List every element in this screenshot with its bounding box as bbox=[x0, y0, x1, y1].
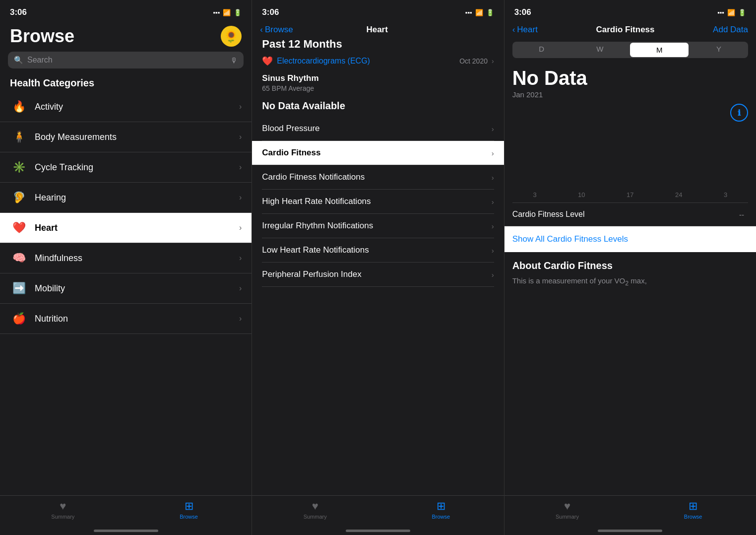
category-item-mindfulness[interactable]: 🧠 Mindfulness › bbox=[0, 243, 252, 273]
high-heart-rate-chevron: › bbox=[492, 198, 494, 206]
activity-label: Activity bbox=[35, 102, 239, 112]
status-time-1: 3:06 bbox=[10, 7, 27, 17]
show-all-button[interactable]: Show All Cardio Fitness Levels bbox=[504, 226, 756, 252]
status-icons-2: ▪▪▪ 📶 🔋 bbox=[465, 9, 494, 16]
x-label-17: 17 bbox=[627, 191, 633, 199]
add-data-button[interactable]: Add Data bbox=[713, 25, 748, 35]
nutrition-chevron: › bbox=[239, 314, 242, 323]
activity-chevron: › bbox=[239, 102, 242, 111]
tab-summary-1[interactable]: ♥ Summary bbox=[0, 500, 126, 520]
category-item-activity[interactable]: 🔥 Activity › bbox=[0, 92, 252, 122]
cardio-fitness-level-label: Cardio Fitness Level bbox=[512, 210, 739, 219]
cycle-tracking-icon: ✳️ bbox=[10, 158, 28, 176]
activity-icon: 🔥 bbox=[10, 98, 28, 116]
blood-pressure-label: Blood Pressure bbox=[262, 124, 491, 134]
status-bar-2: 3:06 ▪▪▪ 📶 🔋 bbox=[252, 0, 504, 22]
time-selector: D W M Y bbox=[512, 42, 748, 58]
summary-label-2: Summary bbox=[304, 514, 327, 520]
about-section: About Cardio Fitness This is a measureme… bbox=[504, 252, 756, 296]
sinus-title: Sinus Rhythm bbox=[262, 73, 494, 83]
heart-chevron: › bbox=[239, 223, 242, 232]
time-btn-M[interactable]: M bbox=[630, 43, 689, 57]
browse-icon-1: ⊞ bbox=[185, 500, 193, 513]
item-irregular-rhythm[interactable]: Irregular Rhythm Notifications › bbox=[262, 214, 494, 238]
status-time-2: 3:06 bbox=[262, 7, 279, 17]
no-data-date: Jan 2021 bbox=[504, 90, 756, 104]
no-data-section-title: No Data Available bbox=[262, 100, 494, 112]
cardio-fitness-level-row: Cardio Fitness Level -- bbox=[504, 203, 756, 226]
chart-area: ℹ 3 10 17 24 3 bbox=[512, 104, 748, 203]
category-item-heart[interactable]: ❤️ Heart › bbox=[0, 213, 252, 243]
back-chevron-3: ‹ bbox=[512, 25, 515, 35]
item-high-heart-rate[interactable]: High Heart Rate Notifications › bbox=[262, 190, 494, 214]
item-blood-pressure[interactable]: Blood Pressure › bbox=[262, 117, 494, 141]
time-btn-W[interactable]: W bbox=[570, 42, 629, 58]
cardio-fitness-nav-title: Cardio Fitness bbox=[596, 25, 654, 35]
time-btn-Y[interactable]: Y bbox=[690, 42, 748, 58]
heart-content: Past 12 Months ❤️ Electrocardiograms (EC… bbox=[252, 38, 504, 495]
category-item-nutrition[interactable]: 🍎 Nutrition › bbox=[0, 304, 252, 334]
high-heart-rate-label: High Heart Rate Notifications bbox=[262, 197, 491, 206]
ecg-row: ❤️ Electrocardiograms (ECG) Oct 2020 › bbox=[262, 56, 494, 67]
signal-icon-3: ▪▪▪ bbox=[717, 9, 724, 16]
ecg-link[interactable]: Electrocardiograms (ECG) bbox=[277, 57, 455, 66]
tab-summary-3[interactable]: ♥ Summary bbox=[504, 500, 630, 520]
x-label-3: 3 bbox=[533, 191, 536, 199]
summary-icon-1: ♥ bbox=[60, 500, 66, 513]
heart-nav-title: Heart bbox=[366, 25, 387, 35]
panel-cardio-fitness: 3:06 ▪▪▪ 📶 🔋 ‹ Heart Cardio Fitness Add … bbox=[504, 0, 756, 535]
category-item-hearing[interactable]: 🦻 Hearing › bbox=[0, 183, 252, 213]
mindfulness-icon: 🧠 bbox=[10, 249, 28, 267]
tab-bar-2: ♥ Summary ⊞ Browse bbox=[252, 495, 504, 530]
item-cardio-fitness[interactable]: Cardio Fitness › bbox=[252, 141, 504, 165]
wifi-icon-3: 📶 bbox=[727, 9, 735, 16]
time-btn-D[interactable]: D bbox=[512, 42, 571, 58]
panel-heart: 3:06 ▪▪▪ 📶 🔋 ‹ Browse Heart Past 12 Mont… bbox=[252, 0, 504, 535]
sinus-sub: 65 BPM Average bbox=[262, 84, 494, 92]
peripheral-perfusion-label: Peripheral Perfusion Index bbox=[262, 269, 491, 279]
ecg-heart-icon: ❤️ bbox=[262, 56, 273, 67]
mic-icon[interactable]: 🎙 bbox=[230, 56, 238, 65]
low-heart-rate-label: Low Heart Rate Notifications bbox=[262, 245, 491, 255]
browse-label-2: Browse bbox=[432, 514, 450, 520]
search-input: Search bbox=[27, 56, 226, 65]
cycle-tracking-label: Cycle Tracking bbox=[35, 162, 239, 173]
summary-icon-2: ♥ bbox=[312, 500, 318, 513]
cardio-fitness-level-value: -- bbox=[739, 210, 744, 219]
category-item-body-measurements[interactable]: 🧍 Body Measurements › bbox=[0, 122, 252, 152]
status-bar-3: 3:06 ▪▪▪ 📶 🔋 bbox=[504, 0, 756, 22]
battery-icon-2: 🔋 bbox=[486, 9, 494, 16]
body-measurements-chevron: › bbox=[239, 133, 242, 141]
tab-summary-2[interactable]: ♥ Summary bbox=[252, 500, 378, 520]
cardio-fitness-nav: ‹ Heart Cardio Fitness Add Data bbox=[504, 22, 756, 38]
home-indicator-1 bbox=[94, 530, 158, 532]
back-to-browse[interactable]: ‹ Browse bbox=[260, 25, 293, 35]
tab-browse-2[interactable]: ⊞ Browse bbox=[378, 500, 504, 520]
back-to-heart[interactable]: ‹ Heart bbox=[512, 25, 538, 35]
signal-icon: ▪▪▪ bbox=[213, 9, 220, 16]
cardio-fitness-chevron: › bbox=[492, 149, 494, 157]
category-item-cycle-tracking[interactable]: ✳️ Cycle Tracking › bbox=[0, 152, 252, 183]
avatar-emoji: 🌻 bbox=[224, 29, 239, 43]
body-measurements-label: Body Measurements bbox=[35, 132, 239, 142]
status-time-3: 3:06 bbox=[514, 7, 531, 17]
battery-icon-3: 🔋 bbox=[738, 9, 746, 16]
info-button[interactable]: ℹ bbox=[730, 104, 748, 122]
irregular-rhythm-chevron: › bbox=[492, 222, 494, 230]
user-avatar[interactable]: 🌻 bbox=[221, 26, 242, 47]
item-peripheral-perfusion[interactable]: Peripheral Perfusion Index › bbox=[262, 263, 494, 287]
ecg-chevron: › bbox=[492, 57, 494, 65]
tab-browse-3[interactable]: ⊞ Browse bbox=[630, 500, 756, 520]
mindfulness-label: Mindfulness bbox=[35, 253, 239, 264]
tab-bar-1: ♥ Summary ⊞ Browse bbox=[0, 495, 252, 530]
low-heart-rate-chevron: › bbox=[492, 246, 494, 255]
item-cardio-fitness-notifications[interactable]: Cardio Fitness Notifications › bbox=[262, 165, 494, 190]
blood-pressure-chevron: › bbox=[492, 125, 494, 133]
search-bar[interactable]: 🔍 Search 🎙 bbox=[8, 52, 244, 68]
item-low-heart-rate[interactable]: Low Heart Rate Notifications › bbox=[262, 238, 494, 263]
home-indicator-3 bbox=[598, 530, 662, 532]
category-item-mobility[interactable]: ➡️ Mobility › bbox=[0, 273, 252, 304]
nutrition-icon: 🍎 bbox=[10, 310, 28, 328]
tab-browse-1[interactable]: ⊞ Browse bbox=[126, 500, 252, 520]
summary-icon-3: ♥ bbox=[564, 500, 570, 513]
